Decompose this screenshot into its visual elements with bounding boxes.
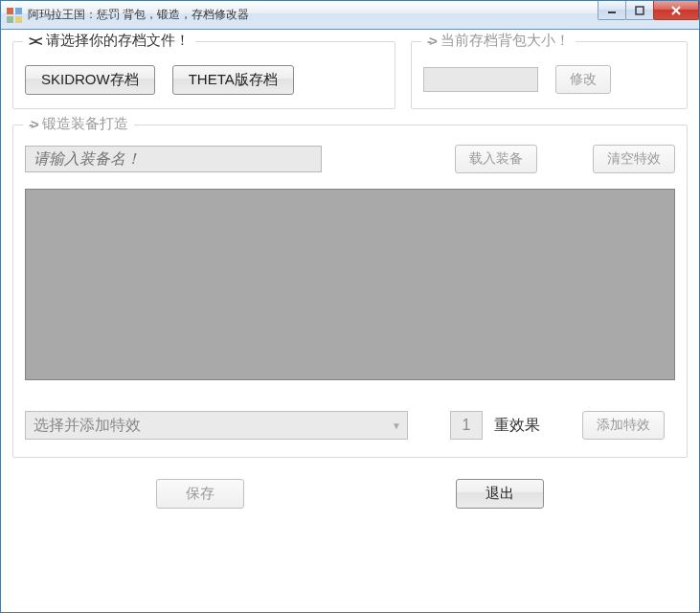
effects-list-pane: [25, 189, 675, 380]
window-title: 阿玛拉王国：惩罚 背包，锻造，存档修改器: [28, 7, 249, 23]
app-icon: [7, 8, 22, 23]
effect-select-combo: 选择并添加特效 ▼: [25, 411, 408, 440]
window-controls: [598, 1, 699, 20]
titlebar: 阿玛拉王国：惩罚 背包，锻造，存档修改器: [1, 1, 699, 30]
modify-button: 修改: [555, 65, 611, 94]
close-button[interactable]: [653, 1, 699, 20]
arrow-right-icon: ->: [29, 116, 36, 132]
exit-button[interactable]: 退出: [456, 479, 544, 509]
save-button: 保存: [156, 479, 244, 509]
theta-save-button[interactable]: THETA版存档: [172, 65, 294, 95]
forge-group-title: 锻造装备打造: [42, 115, 128, 133]
minimize-icon: [607, 6, 617, 15]
backpack-group: -> 当前存档背包大小！ 修改: [411, 41, 688, 109]
backpack-group-title: 当前存档背包大小！: [440, 32, 570, 50]
svg-rect-1: [636, 7, 644, 14]
stack-count-input: [450, 411, 483, 440]
svg-rect-0: [608, 11, 616, 13]
maximize-button[interactable]: [625, 1, 654, 20]
backpack-size-input: [423, 67, 538, 92]
client-area: >< 请选择你的存档文件！ SKIDROW存档 THETA版存档 -> 当前存档…: [1, 30, 699, 524]
skidrow-save-button[interactable]: SKIDROW存档: [25, 65, 155, 95]
stack-label: 重效果: [494, 416, 540, 436]
savefile-group: >< 请选择你的存档文件！ SKIDROW存档 THETA版存档: [12, 41, 395, 109]
clear-effects-button: 清空特效: [593, 145, 675, 173]
equipment-name-input: [25, 146, 322, 172]
chevron-down-icon: ▼: [392, 420, 401, 431]
main-window: 阿玛拉王国：惩罚 背包，锻造，存档修改器 >< 请选择你的存档文件！ SKIDR…: [0, 0, 700, 613]
chevron-close-icon: ><: [29, 33, 40, 49]
load-equipment-button: 载入装备: [455, 145, 537, 173]
arrow-right-icon: ->: [427, 33, 435, 49]
close-icon: [670, 6, 682, 15]
add-effect-button: 添加特效: [582, 411, 665, 440]
footer-bar: 保存 退出: [12, 479, 688, 509]
forge-group: -> 锻造装备打造 载入装备 清空特效 选择并添加特效 ▼ 重效果: [12, 125, 688, 458]
maximize-icon: [635, 6, 644, 15]
savefile-group-title: 请选择你的存档文件！: [46, 32, 190, 50]
effect-select-placeholder: 选择并添加特效: [34, 416, 141, 436]
minimize-button[interactable]: [598, 1, 626, 20]
